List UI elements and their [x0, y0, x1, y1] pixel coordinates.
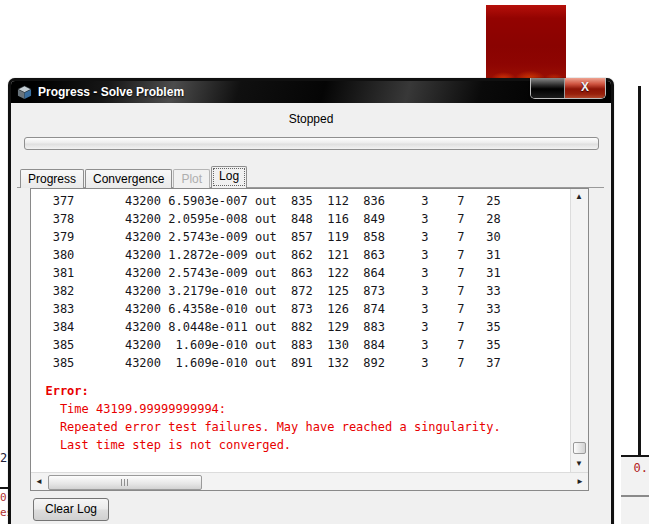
log-error-message: Error: Time 43199.99999999994: Repeated …	[31, 382, 570, 454]
close-button[interactable]: X	[565, 78, 605, 98]
progress-dialog: Progress - Solve Problem X Stopped Progr…	[8, 78, 614, 524]
log-panel: 377 43200 6.5903e-007 out 835 112 836 3 …	[30, 188, 589, 491]
log-rows: 377 43200 6.5903e-007 out 835 112 836 3 …	[31, 192, 570, 372]
progress-bar	[24, 137, 599, 150]
clear-log-button[interactable]: Clear Log	[33, 498, 109, 521]
tab-progress[interactable]: Progress	[20, 169, 84, 188]
vertical-scrollbar[interactable]: ▲ ▼	[570, 189, 588, 472]
background-text-fragment: 0.	[0, 491, 8, 504]
background-window-fragment-left: 2 0. es	[0, 440, 8, 524]
background-value-fragment: 0.	[634, 461, 648, 475]
app-cube-icon	[17, 85, 32, 100]
scroll-left-icon[interactable]: ◄	[31, 474, 47, 490]
background-red-plot-fragment	[486, 5, 566, 79]
vertical-scrollbar-thumb[interactable]	[573, 442, 586, 454]
background-window-border-right	[638, 86, 641, 457]
titlebar[interactable]: Progress - Solve Problem X	[11, 81, 611, 103]
window-title: Progress - Solve Problem	[38, 85, 184, 99]
tab-log[interactable]: Log	[211, 166, 247, 188]
background-table-cell: 0.	[621, 457, 649, 497]
caption-segment	[531, 78, 565, 98]
background-text-fragment: es	[0, 506, 8, 519]
background-text-fragment: 2	[0, 451, 7, 465]
background-divider-fragment	[0, 487, 8, 489]
scrollbar-grip-icon	[121, 479, 129, 486]
caption-button-group: X	[530, 78, 606, 99]
status-label: Stopped	[11, 112, 611, 126]
horizontal-scrollbar[interactable]: ◄ ►	[31, 472, 588, 490]
tab-bar: Progress Convergence Plot Log	[20, 166, 248, 188]
background-table-fragment-right: 0.	[621, 455, 649, 524]
scroll-down-icon[interactable]: ▼	[571, 456, 587, 472]
scroll-right-icon[interactable]: ►	[572, 474, 588, 490]
horizontal-scrollbar-thumb[interactable]	[48, 475, 202, 490]
tab-plot: Plot	[173, 169, 210, 188]
log-output-area[interactable]: 377 43200 6.5903e-007 out 835 112 836 3 …	[31, 189, 570, 472]
tab-convergence[interactable]: Convergence	[85, 169, 172, 188]
scroll-up-icon[interactable]: ▲	[571, 189, 587, 205]
